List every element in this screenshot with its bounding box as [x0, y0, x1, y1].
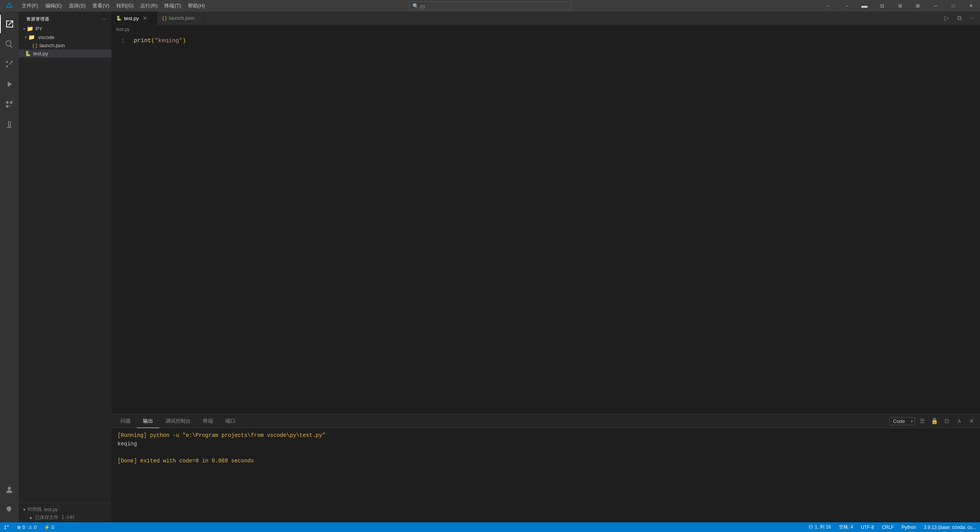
- global-search-bar[interactable]: 🔍 py: [409, 2, 571, 10]
- panel-tab-problems[interactable]: 问题: [114, 414, 137, 428]
- tab-py-icon: 🐍: [116, 15, 122, 21]
- breadcrumb-text: test.py: [116, 27, 130, 32]
- nav-forward-button[interactable]: →: [838, 0, 856, 12]
- lightning-icon: ⚡: [44, 525, 50, 530]
- sidebar-tree: ▾ 📁 PY ▾ 📁 .vscode { } launch.json 🐍 tes…: [19, 24, 111, 503]
- menu-help[interactable]: 帮助(H): [185, 2, 208, 10]
- search-icon: 🔍: [412, 3, 419, 9]
- panel-tab-debug-console[interactable]: 调试控制台: [159, 414, 197, 428]
- panel-tab-output[interactable]: 输出: [137, 414, 159, 428]
- close-button[interactable]: ✕: [962, 0, 980, 12]
- code-paren-open: (: [151, 37, 155, 45]
- minimize-button[interactable]: ─: [927, 0, 944, 12]
- tab-bar-actions: ▷ ⧉ ⋯: [941, 11, 980, 25]
- svg-point-6: [5, 525, 6, 527]
- tab-test-py-label: test.py: [124, 15, 139, 21]
- run-code-button[interactable]: ▷: [941, 13, 952, 24]
- activity-testing[interactable]: [0, 115, 19, 134]
- timeline-header[interactable]: ▾ 时间线 test.py: [23, 506, 107, 513]
- panel-lock-button[interactable]: 🔒: [929, 416, 940, 426]
- sidebar: 资源管理器 ··· ▾ 📁 PY ▾ 📁 .vscode { } launch.…: [19, 12, 111, 522]
- line-number-1: 1: [111, 37, 124, 45]
- status-spaces-text: 空格: 4: [839, 524, 853, 530]
- panel-close-button[interactable]: ✕: [966, 416, 977, 426]
- panel-output-select[interactable]: Code: [890, 417, 915, 425]
- status-lightning[interactable]: ⚡ 0: [40, 522, 58, 532]
- status-spaces[interactable]: 空格: 4: [835, 522, 857, 532]
- status-errors[interactable]: ⊗ 0 ⚠ 0: [13, 522, 40, 532]
- restore-button[interactable]: □: [944, 0, 962, 12]
- status-language[interactable]: Python: [898, 522, 920, 532]
- split-editor-right-button[interactable]: ⧉: [954, 13, 965, 24]
- status-bar: ⊗ 0 ⚠ 0 ⚡ 0 行 1, 列 16 空格: 4 UTF-8 CRLF P…: [0, 522, 980, 532]
- menu-bar: 文件(F) 编辑(E) 选择(S) 查看(V) 转到(G) 运行(R) 终端(T…: [19, 2, 208, 10]
- activity-account[interactable]: [0, 481, 19, 499]
- launch-json-label: launch.json: [39, 43, 65, 48]
- tab-test-py-close[interactable]: ✕: [143, 15, 147, 21]
- project-folder-icon: 📁: [27, 26, 33, 32]
- menu-run[interactable]: 运行(R): [137, 2, 160, 10]
- app-icon: [0, 2, 19, 9]
- status-python-version-text: 3.9.13 (base: conda: cu...: [924, 525, 976, 530]
- layout-button[interactable]: ⊡: [873, 0, 891, 12]
- activity-extensions[interactable]: [0, 95, 19, 114]
- panel-tab-ports[interactable]: 端口: [219, 414, 242, 428]
- py-file-icon: 🐍: [25, 51, 31, 56]
- panel-select-wrap: Code ▾: [890, 417, 915, 425]
- activity-search[interactable]: [0, 35, 19, 53]
- svg-point-0: [6, 66, 8, 68]
- activity-explorer[interactable]: [0, 15, 19, 33]
- title-bar: 文件(F) 编辑(E) 选择(S) 查看(V) 转到(G) 运行(R) 终端(T…: [0, 0, 980, 12]
- nav-back-button[interactable]: ←: [820, 0, 838, 12]
- tab-launch-json[interactable]: { } launch.json: [158, 11, 204, 25]
- tree-test-py[interactable]: 🐍 test.py: [19, 49, 111, 58]
- menu-file[interactable]: 文件(F): [19, 2, 41, 10]
- panel: 问题 输出 调试控制台 终端 端口 Code ▾ ☰ 🔒 ⊡ ∧ ✕: [111, 414, 980, 522]
- customize-layout-button[interactable]: ⊞: [909, 0, 927, 12]
- menu-view[interactable]: 查看(V): [89, 2, 112, 10]
- panel-toggle-button[interactable]: ▬: [856, 0, 873, 12]
- saved-text: 已保存文件: [35, 514, 58, 521]
- sidebar-more-icon[interactable]: ···: [102, 17, 107, 22]
- status-branch-icon[interactable]: [0, 522, 13, 532]
- tree-vscode-folder[interactable]: ▾ 📁 .vscode: [19, 33, 111, 41]
- panel-clear-button[interactable]: ☰: [917, 416, 927, 426]
- panel-maximize-button[interactable]: ∧: [954, 416, 965, 426]
- panel-tab-terminal[interactable]: 终端: [197, 414, 219, 428]
- status-position[interactable]: 行 1, 列 16: [805, 522, 835, 532]
- editor-area: 🐍 test.py ✕ { } launch.json ▷ ⧉ ⋯ test.p…: [111, 12, 980, 522]
- vscode-folder-arrow: ▾: [25, 35, 27, 39]
- menu-terminal[interactable]: 终端(T): [161, 2, 184, 10]
- split-editor-button[interactable]: ⧉: [891, 0, 909, 12]
- code-area[interactable]: print("keqing"): [131, 34, 977, 414]
- activity-source-control[interactable]: [0, 55, 19, 73]
- editor-content: 1 print("keqing"): [111, 34, 980, 414]
- menu-select[interactable]: 选择(S): [66, 2, 89, 10]
- panel-copy-button[interactable]: ⊡: [941, 416, 952, 426]
- terminal-line-2: keqing: [118, 440, 974, 448]
- menu-edit[interactable]: 编辑(E): [42, 2, 65, 10]
- timeline-label: 时间线: [28, 506, 42, 513]
- svg-point-5: [7, 525, 9, 527]
- status-python-version[interactable]: 3.9.13 (base: conda: cu...: [920, 522, 980, 532]
- svg-point-1: [11, 61, 13, 63]
- project-name: PY: [36, 26, 42, 32]
- menu-goto[interactable]: 转到(G): [113, 2, 137, 10]
- activity-run-debug[interactable]: [0, 75, 19, 94]
- more-actions-button[interactable]: ⋯: [966, 13, 977, 24]
- tree-launch-json[interactable]: { } launch.json: [19, 41, 111, 49]
- tab-launch-json-label: launch.json: [169, 15, 194, 21]
- status-encoding[interactable]: UTF-8: [857, 522, 878, 532]
- activity-settings[interactable]: [0, 501, 19, 519]
- status-eol[interactable]: CRLF: [878, 522, 898, 532]
- minimap: [977, 34, 980, 414]
- lightning-count: 0: [51, 525, 54, 530]
- line-numbers: 1: [111, 34, 131, 414]
- tab-test-py[interactable]: 🐍 test.py ✕: [111, 11, 158, 25]
- code-paren-close: ): [182, 37, 186, 45]
- status-bar-left: ⊗ 0 ⚠ 0 ⚡ 0: [0, 522, 58, 532]
- code-line-1: print("keqing"): [134, 37, 977, 45]
- warning-icon: ⚠: [28, 525, 32, 530]
- tree-project-root[interactable]: ▾ 📁 PY: [19, 24, 111, 33]
- activity-bar: [0, 12, 19, 522]
